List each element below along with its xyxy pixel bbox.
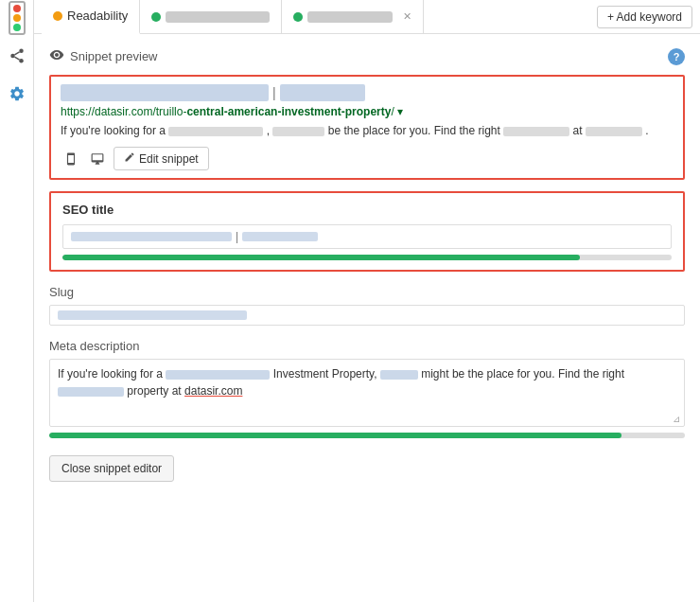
seo-title-blur-1	[71, 232, 232, 241]
snippet-url: https://datasir.com/truillo-central-amer…	[61, 105, 674, 118]
meta-description-label: Meta description	[49, 339, 685, 353]
snippet-url-prefix: https://datasir.com/truillo-	[61, 105, 186, 118]
seo-title-input[interactable]: |	[62, 224, 672, 249]
meta-description-progress	[49, 433, 685, 438]
close-snippet-editor-button[interactable]: Close snippet editor	[49, 455, 174, 482]
snippet-desc-text1: If you're looking for a	[61, 124, 168, 137]
seo-title-progress-fill	[62, 255, 580, 260]
sidebar	[0, 0, 34, 602]
tab-3[interactable]: ✕	[282, 0, 424, 34]
content-area: Snippet preview ? | https://datasir.com/…	[34, 34, 700, 602]
meta-blur-3	[58, 387, 124, 397]
meta-text-2: Investment Property,	[273, 367, 380, 381]
svg-line-3	[14, 57, 19, 60]
snippet-desc-blur-1	[168, 127, 263, 136]
seo-title-section: SEO title |	[49, 191, 685, 272]
meta-text-4: property at	[127, 384, 184, 398]
help-icon[interactable]: ?	[668, 48, 685, 65]
meta-description-section: Meta description If you're looking for a…	[49, 339, 685, 438]
snippet-title-blur-2	[280, 84, 365, 101]
snippet-preview-box: | https://datasir.com/truillo-central-am…	[49, 75, 685, 180]
snippet-title-row: |	[61, 84, 674, 101]
meta-description-textarea[interactable]: If you're looking for a Investment Prope…	[49, 359, 685, 427]
meta-text-3: might be the place for you. Find the rig…	[421, 367, 624, 381]
tab-dot-2	[151, 12, 161, 22]
tab-2-label	[166, 11, 270, 23]
meta-blur-2	[380, 370, 418, 380]
traffic-light-icon[interactable]	[7, 8, 27, 28]
tab-dot-3	[293, 12, 303, 22]
snippet-preview-label: Snippet preview	[70, 49, 158, 63]
snippet-actions: Edit snippet	[61, 147, 674, 170]
snippet-desc-blur-4	[586, 127, 642, 136]
add-keyword-button[interactable]: + Add keyword	[597, 6, 692, 28]
snippet-desc-text2: ,	[267, 124, 273, 137]
meta-description-progress-fill	[49, 433, 621, 438]
seo-title-blur-2	[242, 232, 318, 241]
svg-point-0	[19, 49, 24, 54]
snippet-title-separator: |	[272, 85, 276, 100]
snippet-preview-title: Snippet preview	[49, 47, 158, 65]
tab-3-label	[307, 11, 393, 23]
svg-point-2	[19, 59, 24, 63]
seo-title-progress	[62, 255, 672, 260]
meta-blur-1	[166, 370, 270, 380]
edit-snippet-button[interactable]: Edit snippet	[114, 147, 209, 170]
slug-label: Slug	[49, 285, 685, 299]
svg-point-1	[10, 54, 15, 59]
tab-readability[interactable]: Readability	[42, 0, 140, 34]
snippet-title-blur-1	[61, 84, 269, 101]
tab-readability-label: Readability	[67, 9, 128, 23]
snippet-desc-blur-3	[503, 127, 569, 136]
eye-icon	[49, 47, 64, 65]
seo-title-sep: |	[236, 230, 238, 243]
snippet-desc-period: .	[645, 124, 648, 137]
snippet-desc-blur-2	[272, 127, 324, 136]
share-icon[interactable]	[7, 45, 27, 66]
svg-line-4	[14, 52, 19, 55]
gear-icon[interactable]	[7, 83, 27, 104]
tab-bar: Readability ✕ + Add keyword	[34, 0, 700, 34]
tab-2[interactable]	[140, 0, 282, 34]
meta-description-text: If you're looking for a Investment Prope…	[58, 365, 676, 399]
main-area: Readability ✕ + Add keyword Snippet prev…	[34, 0, 700, 602]
snippet-desc-text4: at	[573, 124, 586, 137]
snippet-url-bold: central-american-investment-property	[186, 105, 391, 118]
meta-text-1: If you're looking for a	[58, 367, 166, 381]
slug-blur	[58, 310, 247, 320]
snippet-desc-text3: be the place for you. Find the right	[328, 124, 503, 137]
pencil-icon	[124, 151, 135, 166]
snippet-description: If you're looking for a , be the place f…	[61, 122, 674, 139]
desktop-device-button[interactable]	[87, 150, 108, 168]
seo-title-label: SEO title	[62, 203, 672, 217]
edit-snippet-label: Edit snippet	[139, 152, 199, 166]
resize-handle[interactable]: ⊿	[673, 415, 682, 424]
slug-section: Slug	[49, 285, 685, 326]
slug-input[interactable]	[49, 305, 685, 326]
mobile-device-button[interactable]	[61, 150, 81, 168]
tab-3-close-icon[interactable]: ✕	[403, 10, 411, 23]
snippet-url-suffix: / ▾	[391, 105, 403, 118]
meta-underline-text: datasir.com	[184, 384, 242, 398]
tab-dot-readability	[53, 11, 62, 21]
snippet-preview-header: Snippet preview ?	[49, 47, 685, 65]
